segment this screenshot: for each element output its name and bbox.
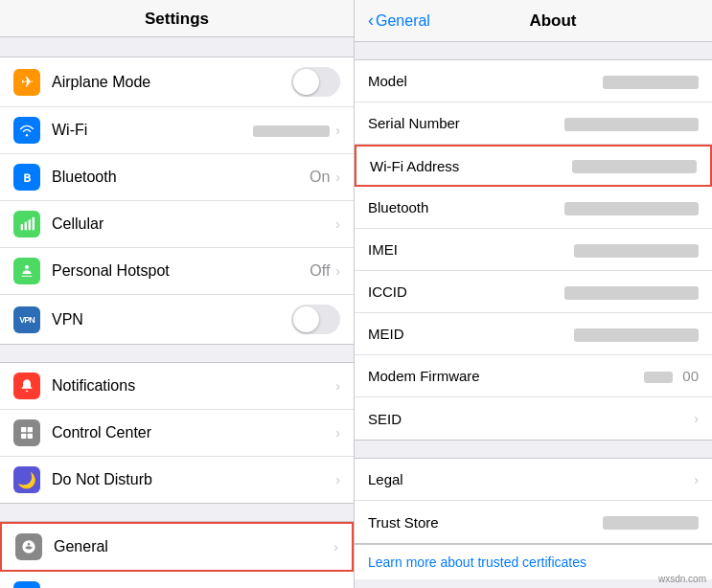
settings-row-notifications[interactable]: Notifications › — [0, 363, 354, 410]
airplane-toggle[interactable] — [291, 67, 340, 97]
wifi-icon — [13, 117, 40, 144]
general-label: General — [54, 538, 333, 555]
hotspot-label: Personal Hotspot — [52, 262, 310, 280]
about-main-group: Model Serial Number Wi-Fi Address Blueto… — [355, 59, 712, 441]
iccid-label: ICCID — [368, 283, 564, 300]
seid-label: SEID — [368, 411, 694, 427]
serial-value — [564, 115, 699, 130]
about-row-trust: Trust Store — [355, 501, 712, 543]
bluetooth-value: On — [310, 169, 330, 186]
wifi-value — [253, 124, 330, 138]
svg-rect-6 — [28, 427, 33, 432]
model-label: Model — [368, 73, 603, 89]
back-button[interactable]: ‹ General — [368, 11, 430, 31]
svg-point-4 — [25, 265, 29, 269]
main-container: Settings ✈ Airplane Mode Wi-Fi — [0, 0, 712, 588]
back-label: General — [376, 12, 430, 30]
bluetooth-icon: ʙ — [13, 164, 40, 191]
airplane-label: Airplane Mode — [52, 74, 291, 91]
settings-row-airplane[interactable]: ✈ Airplane Mode — [0, 57, 354, 107]
do-not-disturb-chevron: › — [335, 472, 340, 487]
settings-group-system: Notifications › Control Center › 🌙 Do N — [0, 362, 354, 504]
model-value — [603, 73, 699, 88]
modem-label: Modem Firmware — [368, 368, 644, 384]
control-center-icon — [13, 419, 40, 446]
trust-label: Trust Store — [368, 514, 603, 531]
svg-rect-0 — [21, 224, 23, 230]
display-icon: A — [13, 581, 40, 588]
svg-rect-3 — [33, 217, 34, 231]
cellular-label: Cellular — [52, 215, 335, 233]
vpn-label: VPN — [52, 311, 291, 328]
wifi-chevron: › — [335, 123, 340, 138]
legal-chevron: › — [694, 472, 699, 487]
serial-label: Serial Number — [368, 115, 564, 131]
do-not-disturb-label: Do Not Disturb — [52, 471, 335, 488]
notifications-label: Notifications — [52, 377, 335, 395]
vpn-icon: VPN — [13, 306, 40, 333]
do-not-disturb-icon: 🌙 — [13, 466, 40, 493]
back-chevron-icon: ‹ — [368, 11, 374, 31]
settings-row-general[interactable]: General › — [0, 522, 354, 572]
about-row-meid: MEID — [355, 313, 712, 355]
about-row-wifi-address: Wi-Fi Address — [355, 145, 712, 187]
svg-rect-1 — [25, 222, 27, 231]
settings-header: Settings — [0, 0, 354, 37]
watermark: wxsdn.com — [658, 574, 706, 584]
vpn-toggle[interactable] — [291, 305, 340, 334]
bluetooth-chevron: › — [335, 170, 340, 185]
settings-group-general: General › A Display & Brightness › — [0, 521, 354, 588]
control-center-label: Control Center — [52, 424, 335, 441]
about-header: ‹ General About — [355, 0, 712, 42]
svg-rect-7 — [21, 434, 26, 439]
cellular-chevron: › — [335, 216, 340, 232]
settings-row-hotspot[interactable]: Personal Hotspot Off › — [0, 248, 354, 295]
about-title: About — [436, 11, 670, 31]
about-row-iccid: ICCID — [355, 271, 712, 313]
left-panel: Settings ✈ Airplane Mode Wi-Fi — [0, 0, 355, 588]
general-chevron: › — [333, 539, 338, 554]
modem-value: 00 — [644, 368, 699, 384]
general-icon — [15, 533, 42, 560]
svg-rect-5 — [21, 427, 26, 432]
bluetooth-about-value — [564, 199, 699, 215]
about-row-seid[interactable]: SEID › — [355, 397, 712, 440]
about-row-serial: Serial Number — [355, 102, 712, 145]
settings-row-bluetooth[interactable]: ʙ Bluetooth On › — [0, 154, 354, 201]
right-panel: ‹ General About Model Serial Number Wi-F… — [355, 0, 712, 588]
cellular-icon — [13, 211, 40, 237]
imei-value — [574, 241, 699, 257]
about-row-imei: IMEI — [355, 229, 712, 271]
wifi-address-value — [572, 158, 697, 173]
settings-row-display[interactable]: A Display & Brightness › — [0, 572, 354, 588]
about-row-model: Model — [355, 60, 712, 102]
seid-chevron: › — [694, 411, 699, 426]
control-center-chevron: › — [335, 425, 340, 441]
trust-value — [603, 514, 699, 530]
settings-row-control-center[interactable]: Control Center › — [0, 410, 354, 457]
legal-label: Legal — [368, 471, 694, 487]
notifications-icon — [13, 373, 40, 399]
hotspot-icon — [13, 258, 40, 284]
settings-row-do-not-disturb[interactable]: 🌙 Do Not Disturb › — [0, 457, 354, 503]
svg-rect-2 — [29, 219, 31, 230]
about-bottom-group: Legal › Trust Store — [355, 458, 712, 544]
svg-rect-8 — [28, 434, 33, 439]
settings-row-wifi[interactable]: Wi-Fi › — [0, 107, 354, 154]
about-row-bluetooth: Bluetooth — [355, 187, 712, 229]
bluetooth-about-label: Bluetooth — [368, 199, 564, 215]
imei-label: IMEI — [368, 241, 574, 258]
settings-group-connectivity: ✈ Airplane Mode Wi-Fi › — [0, 57, 354, 345]
settings-title: Settings — [145, 10, 209, 28]
wifi-address-label: Wi-Fi Address — [370, 158, 572, 174]
wifi-label: Wi-Fi — [52, 122, 253, 139]
notifications-chevron: › — [335, 378, 340, 394]
meid-value — [574, 326, 699, 341]
learn-more-text: Learn more about trusted certificates — [368, 554, 586, 570]
hotspot-chevron: › — [335, 263, 340, 279]
bluetooth-label: Bluetooth — [52, 169, 310, 186]
about-row-legal[interactable]: Legal › — [355, 459, 712, 501]
hotspot-value: Off — [310, 262, 330, 280]
settings-row-vpn[interactable]: VPN VPN — [0, 295, 354, 344]
settings-row-cellular[interactable]: Cellular › — [0, 201, 354, 248]
